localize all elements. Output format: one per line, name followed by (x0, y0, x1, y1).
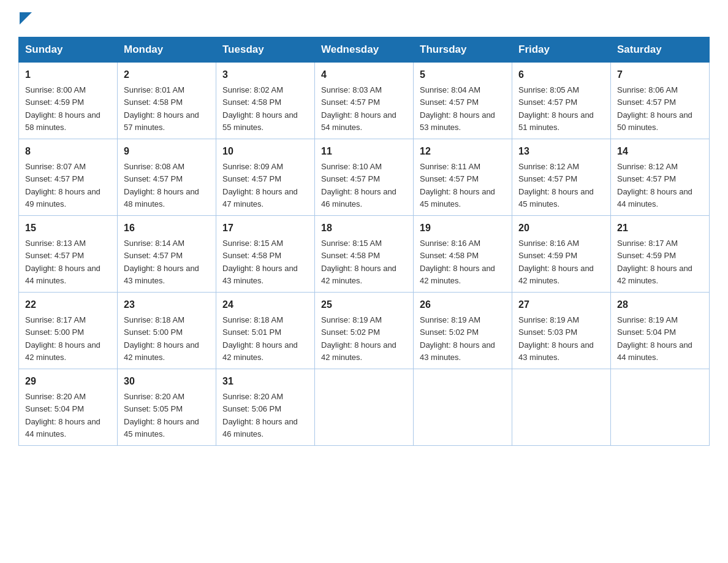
day-number: 22 (25, 297, 111, 312)
day-info: Sunrise: 8:02 AMSunset: 4:58 PMDaylight:… (222, 85, 298, 132)
calendar-week-row: 1 Sunrise: 8:00 AMSunset: 4:59 PMDayligh… (19, 63, 710, 139)
day-info: Sunrise: 8:09 AMSunset: 4:57 PMDaylight:… (222, 162, 298, 209)
day-number: 2 (124, 67, 210, 82)
day-number: 17 (222, 221, 308, 236)
calendar-cell (414, 369, 512, 446)
calendar-cell: 30 Sunrise: 8:20 AMSunset: 5:05 PMDaylig… (118, 369, 216, 446)
day-info: Sunrise: 8:06 AMSunset: 4:57 PMDaylight:… (617, 85, 692, 132)
calendar-cell: 19 Sunrise: 8:16 AMSunset: 4:58 PMDaylig… (414, 216, 512, 293)
calendar-week-row: 8 Sunrise: 8:07 AMSunset: 4:57 PMDayligh… (19, 139, 710, 216)
calendar-cell: 18 Sunrise: 8:15 AMSunset: 4:58 PMDaylig… (315, 216, 414, 293)
day-info: Sunrise: 8:19 AMSunset: 5:04 PMDaylight:… (617, 315, 692, 362)
calendar-header-row: SundayMondayTuesdayWednesdayThursdayFrid… (19, 37, 710, 63)
day-info: Sunrise: 8:15 AMSunset: 4:58 PMDaylight:… (321, 239, 396, 285)
calendar-cell: 10 Sunrise: 8:09 AMSunset: 4:57 PMDaylig… (216, 139, 315, 216)
calendar-cell: 3 Sunrise: 8:02 AMSunset: 4:58 PMDayligh… (216, 63, 315, 139)
day-number: 14 (617, 144, 703, 159)
calendar-cell: 15 Sunrise: 8:13 AMSunset: 4:57 PMDaylig… (19, 216, 118, 293)
calendar-cell: 2 Sunrise: 8:01 AMSunset: 4:58 PMDayligh… (118, 63, 216, 139)
day-info: Sunrise: 8:08 AMSunset: 4:57 PMDaylight:… (124, 162, 199, 209)
day-number: 24 (222, 297, 308, 312)
day-number: 28 (617, 297, 703, 312)
day-info: Sunrise: 8:19 AMSunset: 5:02 PMDaylight:… (321, 315, 396, 362)
calendar-week-row: 29 Sunrise: 8:20 AMSunset: 5:04 PMDaylig… (19, 369, 710, 446)
calendar-cell: 11 Sunrise: 8:10 AMSunset: 4:57 PMDaylig… (315, 139, 414, 216)
day-number: 3 (222, 67, 308, 82)
calendar-cell (315, 369, 414, 446)
day-number: 11 (321, 144, 407, 159)
calendar-cell (512, 369, 611, 446)
day-number: 4 (321, 67, 407, 82)
day-info: Sunrise: 8:20 AMSunset: 5:06 PMDaylight:… (222, 392, 298, 439)
day-number: 20 (518, 221, 604, 236)
day-number: 9 (124, 144, 210, 159)
day-info: Sunrise: 8:04 AMSunset: 4:57 PMDaylight:… (420, 85, 495, 132)
day-info: Sunrise: 8:16 AMSunset: 4:59 PMDaylight:… (518, 239, 594, 285)
day-number: 5 (420, 67, 506, 82)
day-info: Sunrise: 8:10 AMSunset: 4:57 PMDaylight:… (321, 162, 396, 209)
day-info: Sunrise: 8:16 AMSunset: 4:58 PMDaylight:… (420, 239, 495, 285)
page-header (18, 12, 710, 25)
calendar-cell: 21 Sunrise: 8:17 AMSunset: 4:59 PMDaylig… (611, 216, 710, 293)
day-number: 21 (617, 221, 703, 236)
calendar-cell: 4 Sunrise: 8:03 AMSunset: 4:57 PMDayligh… (315, 63, 414, 139)
day-number: 18 (321, 221, 407, 236)
calendar-cell: 27 Sunrise: 8:19 AMSunset: 5:03 PMDaylig… (512, 293, 611, 369)
day-number: 6 (518, 67, 604, 82)
logo-triangle-icon (20, 12, 32, 25)
day-info: Sunrise: 8:13 AMSunset: 4:57 PMDaylight:… (25, 239, 100, 285)
day-info: Sunrise: 8:11 AMSunset: 4:57 PMDaylight:… (420, 162, 495, 209)
calendar-cell: 14 Sunrise: 8:12 AMSunset: 4:57 PMDaylig… (611, 139, 710, 216)
day-info: Sunrise: 8:20 AMSunset: 5:05 PMDaylight:… (124, 392, 199, 439)
day-number: 10 (222, 144, 308, 159)
day-number: 27 (518, 297, 604, 312)
calendar-cell: 13 Sunrise: 8:12 AMSunset: 4:57 PMDaylig… (512, 139, 611, 216)
calendar-cell: 6 Sunrise: 8:05 AMSunset: 4:57 PMDayligh… (512, 63, 611, 139)
day-info: Sunrise: 8:07 AMSunset: 4:57 PMDaylight:… (25, 162, 100, 209)
day-number: 13 (518, 144, 604, 159)
day-of-week-header: Sunday (19, 37, 118, 63)
day-of-week-header: Tuesday (216, 37, 315, 63)
day-info: Sunrise: 8:20 AMSunset: 5:04 PMDaylight:… (25, 392, 100, 439)
day-number: 31 (222, 374, 308, 389)
day-number: 19 (420, 221, 506, 236)
day-number: 26 (420, 297, 506, 312)
calendar-week-row: 15 Sunrise: 8:13 AMSunset: 4:57 PMDaylig… (19, 216, 710, 293)
day-info: Sunrise: 8:12 AMSunset: 4:57 PMDaylight:… (518, 162, 594, 209)
calendar-table: SundayMondayTuesdayWednesdayThursdayFrid… (18, 37, 710, 446)
calendar-cell: 31 Sunrise: 8:20 AMSunset: 5:06 PMDaylig… (216, 369, 315, 446)
day-number: 7 (617, 67, 703, 82)
calendar-cell: 22 Sunrise: 8:17 AMSunset: 5:00 PMDaylig… (19, 293, 118, 369)
day-info: Sunrise: 8:19 AMSunset: 5:03 PMDaylight:… (518, 315, 594, 362)
day-info: Sunrise: 8:03 AMSunset: 4:57 PMDaylight:… (321, 85, 396, 132)
day-info: Sunrise: 8:17 AMSunset: 5:00 PMDaylight:… (25, 315, 100, 362)
calendar-cell (611, 369, 710, 446)
day-info: Sunrise: 8:17 AMSunset: 4:59 PMDaylight:… (617, 239, 692, 285)
day-info: Sunrise: 8:18 AMSunset: 5:00 PMDaylight:… (124, 315, 199, 362)
calendar-cell: 8 Sunrise: 8:07 AMSunset: 4:57 PMDayligh… (19, 139, 118, 216)
day-of-week-header: Thursday (414, 37, 512, 63)
day-number: 29 (25, 374, 111, 389)
calendar-cell: 20 Sunrise: 8:16 AMSunset: 4:59 PMDaylig… (512, 216, 611, 293)
day-number: 1 (25, 67, 111, 82)
calendar-cell: 25 Sunrise: 8:19 AMSunset: 5:02 PMDaylig… (315, 293, 414, 369)
calendar-cell: 1 Sunrise: 8:00 AMSunset: 4:59 PMDayligh… (19, 63, 118, 139)
day-number: 12 (420, 144, 506, 159)
day-number: 15 (25, 221, 111, 236)
day-info: Sunrise: 8:01 AMSunset: 4:58 PMDaylight:… (124, 85, 199, 132)
day-info: Sunrise: 8:19 AMSunset: 5:02 PMDaylight:… (420, 315, 495, 362)
day-info: Sunrise: 8:14 AMSunset: 4:57 PMDaylight:… (124, 239, 199, 285)
day-info: Sunrise: 8:18 AMSunset: 5:01 PMDaylight:… (222, 315, 298, 362)
day-of-week-header: Friday (512, 37, 611, 63)
day-number: 30 (124, 374, 210, 389)
day-number: 16 (124, 221, 210, 236)
calendar-cell: 12 Sunrise: 8:11 AMSunset: 4:57 PMDaylig… (414, 139, 512, 216)
calendar-cell: 17 Sunrise: 8:15 AMSunset: 4:58 PMDaylig… (216, 216, 315, 293)
day-info: Sunrise: 8:00 AMSunset: 4:59 PMDaylight:… (25, 85, 100, 132)
day-info: Sunrise: 8:05 AMSunset: 4:57 PMDaylight:… (518, 85, 594, 132)
day-info: Sunrise: 8:15 AMSunset: 4:58 PMDaylight:… (222, 239, 298, 285)
calendar-cell: 26 Sunrise: 8:19 AMSunset: 5:02 PMDaylig… (414, 293, 512, 369)
day-of-week-header: Wednesday (315, 37, 414, 63)
calendar-week-row: 22 Sunrise: 8:17 AMSunset: 5:00 PMDaylig… (19, 293, 710, 369)
calendar-cell: 23 Sunrise: 8:18 AMSunset: 5:00 PMDaylig… (118, 293, 216, 369)
